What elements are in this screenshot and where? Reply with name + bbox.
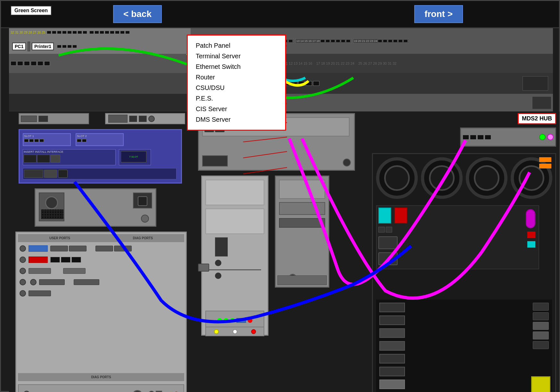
port-circle <box>20 257 26 263</box>
legend-item-terminal[interactable]: Terminal Server <box>196 51 277 61</box>
green-screen-label: Green Screen <box>11 6 52 15</box>
eth-slot <box>523 76 548 91</box>
power-supply <box>39 192 64 221</box>
cis-button <box>215 260 221 266</box>
port-row-item <box>20 290 183 297</box>
right-equipment-area: MDS2 HUB <box>365 111 559 392</box>
cis-audio-row <box>205 327 264 336</box>
rj45-port <box>393 39 398 43</box>
port <box>533 322 549 330</box>
pes-unit: SLOT 1 SLOT 2 INSERT I <box>19 129 182 184</box>
cis-button2 <box>215 273 221 279</box>
rj45-port <box>57 31 62 34</box>
drive-bay <box>379 328 405 338</box>
cis-top-panel <box>205 180 264 205</box>
screw-knob <box>141 215 149 223</box>
cis-button-blue <box>236 318 246 323</box>
front-button[interactable]: front > <box>414 5 463 23</box>
rj45-port <box>383 39 387 43</box>
rj45-port <box>291 81 297 86</box>
legend-item-dms[interactable]: DMS Server <box>196 114 277 125</box>
rj45-port <box>67 45 72 48</box>
connector <box>156 391 162 392</box>
port-connectors <box>29 268 51 274</box>
router-back <box>105 113 185 124</box>
rj45-port <box>288 39 293 43</box>
led-green <box>230 318 235 323</box>
terminal-left <box>9 54 192 73</box>
red-plug-area <box>527 232 535 238</box>
rj45-port <box>105 31 109 34</box>
csu-dsu-unit <box>19 113 89 124</box>
rj45-port <box>82 139 86 142</box>
usb-port <box>378 227 385 233</box>
legend-item-csu[interactable]: CSU/DSU <box>196 83 277 93</box>
port-rows <box>18 244 184 298</box>
diag-bottom-label: DIAG PORTS <box>18 373 184 381</box>
rj45-port <box>24 139 29 142</box>
rj45-port <box>388 39 392 43</box>
port-connectors <box>50 257 81 263</box>
audio-white <box>233 329 237 334</box>
fan-inner <box>474 165 499 191</box>
port-row-item <box>20 257 183 263</box>
pc-printer-labels: PC1 Printer1 <box>12 42 77 51</box>
fan-units <box>376 157 552 199</box>
separator <box>28 42 30 51</box>
terminal-ports <box>11 61 50 66</box>
unit-knob <box>133 390 142 392</box>
mid-knob <box>343 159 351 167</box>
patch-group-4: 19 20 21 22 23 24 <box>353 38 409 44</box>
port <box>533 341 549 349</box>
legend-item-patch[interactable]: Patch Panel <box>196 40 277 51</box>
port <box>533 312 549 320</box>
magenta-plug <box>526 209 535 228</box>
pes-slot1-label: SLOT 1 <box>23 134 70 138</box>
middle-equipment-area <box>192 111 365 392</box>
db-connector-2 <box>378 252 398 265</box>
legend-item-ethernet[interactable]: Ethernet Switch <box>196 61 277 72</box>
port-label: 13 14 15 16 17 18 <box>296 39 320 43</box>
router-back-port <box>129 116 137 122</box>
back-button[interactable]: < back <box>113 5 162 23</box>
connector <box>29 268 51 274</box>
pes-ports-unit: USER PORTS DIAG PORTS <box>15 232 187 392</box>
printer1-label: Printer1 <box>32 43 54 50</box>
rj45-port <box>115 31 119 34</box>
rj45-port <box>47 31 51 34</box>
rj45-port <box>306 81 312 86</box>
port <box>533 331 549 339</box>
dms-drive2 <box>279 218 325 228</box>
drive-bay <box>379 380 405 389</box>
csu-port <box>38 116 48 122</box>
rj45-port <box>477 135 484 140</box>
legend-item-cis[interactable]: CIS Server <box>196 104 277 114</box>
rack-container: < back front > Green Screen 32 31 30 29 … <box>0 0 560 392</box>
drive-bay <box>379 315 405 325</box>
dms-bottom-bar <box>277 275 327 285</box>
audio-red <box>251 329 256 334</box>
rj45-port <box>110 31 114 34</box>
vga-connector-teal <box>378 208 391 224</box>
patch-group-3: 13 14 15 16 17 18 <box>295 38 351 44</box>
rj45-port <box>72 45 77 48</box>
connector <box>50 246 68 251</box>
drive-bay <box>379 367 405 376</box>
vent-grid-bottom <box>376 299 552 392</box>
unit-bottom: UNIT TURN OFF POWER BEFORE DISCONNECTING… <box>18 384 184 392</box>
unit-screw <box>23 391 30 392</box>
port-row-item <box>20 268 183 274</box>
color-swatches <box>539 157 552 269</box>
port-row-1: 32 31 30 29 28 27 26 25 <box>9 28 191 35</box>
legend-item-router[interactable]: Router <box>196 72 277 83</box>
drive-bay <box>379 354 405 363</box>
mds2-hub-text: MDS2 HUB <box>522 115 552 122</box>
rj45-port <box>403 39 408 43</box>
rj45-port <box>72 31 77 34</box>
connector <box>69 246 86 251</box>
rj45-port <box>17 61 23 66</box>
legend-item-pes[interactable]: P.E.S. <box>196 93 277 104</box>
eth-left <box>9 73 192 94</box>
pes-slot3-label: INSERT INSTALL INTERFACE <box>23 150 115 154</box>
fan-inner <box>384 165 410 191</box>
